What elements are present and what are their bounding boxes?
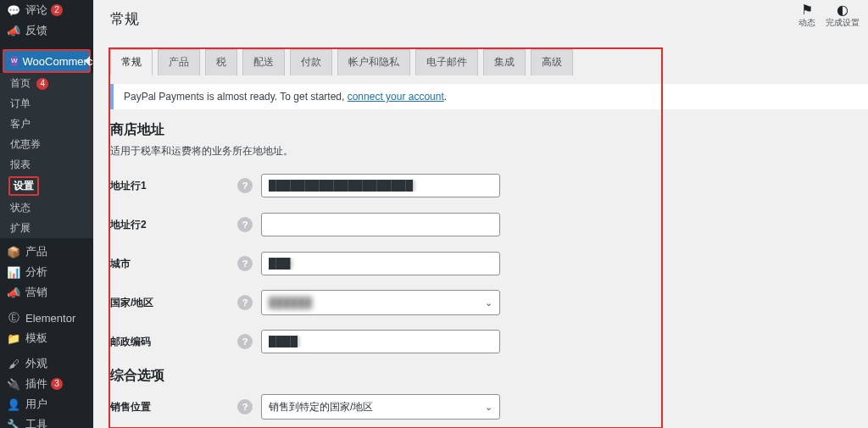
sidebar-item-label: 扩展 <box>10 222 31 234</box>
connect-account-link[interactable]: connect your account <box>348 91 444 103</box>
tab-label: 税 <box>216 56 226 68</box>
tab-general[interactable]: 常规 <box>110 49 153 75</box>
brush-icon: 🖌 <box>7 357 20 370</box>
activity-label: 动态 <box>798 17 815 29</box>
sidebar-item-comments[interactable]: 💬 评论 2 <box>0 0 93 20</box>
sidebar-item-label: 评论 <box>25 3 47 18</box>
sidebar-item-marketing[interactable]: 📣营销 <box>0 282 93 303</box>
tab-emails[interactable]: 电子邮件 <box>415 49 478 75</box>
sidebar-item-label: Elementor <box>25 312 75 325</box>
page-title: 常规 <box>110 9 139 29</box>
sidebar-item-extensions[interactable]: 扩展 <box>0 218 93 238</box>
setup-button[interactable]: ◐ 完成设置 <box>826 3 860 29</box>
tab-label: 产品 <box>169 56 189 68</box>
paypal-notice: PayPal Payments is almost ready. To get … <box>110 84 868 109</box>
row-address2: 地址行2 ? <box>110 208 860 242</box>
help-icon[interactable]: ? <box>237 178 253 193</box>
tab-label: 集成 <box>494 56 515 68</box>
notice-text-after: . <box>444 91 447 103</box>
plugin-icon: 🔌 <box>7 377 20 391</box>
sidebar-item-analytics[interactable]: 📊分析 <box>0 262 93 282</box>
postcode-label: 邮政编码 <box>110 335 237 349</box>
sidebar-item-status[interactable]: 状态 <box>0 197 93 218</box>
woocommerce-submenu: 首页 4 订单 客户 优惠券 报表 设置 状态 扩展 <box>0 73 93 238</box>
store-address-desc: 适用于税率和运费将的业务所在地地址。 <box>110 144 860 158</box>
sidebar-item-label: 订单 <box>10 97 31 109</box>
help-icon[interactable]: ? <box>237 334 253 349</box>
postcode-input[interactable] <box>261 330 500 353</box>
address1-input[interactable] <box>261 174 500 197</box>
selling-location-value: 销售到特定的国家/地区 <box>269 400 373 414</box>
tab-label: 电子邮件 <box>426 56 467 68</box>
tab-integration[interactable]: 集成 <box>483 49 526 75</box>
sidebar-item-label: 外观 <box>25 356 47 371</box>
tab-label: 付款 <box>301 56 321 68</box>
woocommerce-icon: W <box>11 56 18 66</box>
chart-bar-icon: 📊 <box>7 265 20 279</box>
sidebar-item-coupons[interactable]: 优惠券 <box>0 134 93 154</box>
sidebar-item-customers[interactable]: 客户 <box>0 114 93 134</box>
help-icon[interactable]: ? <box>237 217 253 232</box>
general-options-heading: 综合选项 <box>110 367 860 385</box>
sidebar-item-appearance[interactable]: 🖌外观 <box>0 353 93 374</box>
sidebar-item-templates[interactable]: 📁模板 <box>0 328 93 348</box>
elementor-icon: Ⓔ <box>7 311 20 325</box>
settings-tabs: 常规 产品 税 配送 付款 帐户和隐私 电子邮件 集成 高级 <box>110 49 860 75</box>
sidebar-item-label: 产品 <box>25 244 47 259</box>
topbar: 常规 ⚑ 动态 ◐ 完成设置 <box>93 0 868 37</box>
sidebar-item-feedback[interactable]: 📣 反馈 <box>0 20 93 41</box>
row-postcode: 邮政编码 ? <box>110 325 860 359</box>
sidebar-item-label: 工具 <box>25 417 47 428</box>
address1-label: 地址行1 <box>110 179 237 193</box>
activity-button[interactable]: ⚑ 动态 <box>798 3 815 29</box>
sidebar-item-orders[interactable]: 订单 <box>0 93 93 114</box>
sidebar-item-label: 营销 <box>25 285 47 300</box>
admin-sidebar: 💬 评论 2 📣 反馈 W WooCommerce 首页 4 订单 客户 优惠券… <box>0 0 93 428</box>
address2-input[interactable] <box>261 213 500 236</box>
sidebar-item-label: 用户 <box>25 397 47 412</box>
sidebar-item-label: 分析 <box>25 264 47 280</box>
selling-location-select[interactable]: 销售到特定的国家/地区 ⌄ <box>261 394 500 420</box>
badge-count: 3 <box>51 378 63 390</box>
flag-icon: ⚑ <box>801 3 813 17</box>
tab-tax[interactable]: 税 <box>205 49 237 75</box>
comment-icon: 💬 <box>7 3 20 17</box>
city-input[interactable] <box>261 252 500 275</box>
tab-accounts[interactable]: 帐户和隐私 <box>337 49 410 75</box>
chevron-right-icon <box>85 56 90 66</box>
address2-label: 地址行2 <box>110 218 237 232</box>
tab-advanced[interactable]: 高级 <box>531 49 573 75</box>
country-value: ██████ <box>269 297 312 308</box>
sidebar-item-reports[interactable]: 报表 <box>0 154 93 175</box>
megaphone-icon: 📣 <box>7 286 20 299</box>
sidebar-item-settings[interactable]: 设置 <box>8 176 39 196</box>
tab-payments[interactable]: 付款 <box>290 49 332 75</box>
selling-location-label: 销售位置 <box>110 400 237 414</box>
setup-label: 完成设置 <box>826 17 860 29</box>
sidebar-item-label: 插件 <box>25 376 47 392</box>
archive-icon: 📦 <box>7 245 20 258</box>
wrench-icon: 🔧 <box>7 418 20 428</box>
folder-icon: 📁 <box>7 331 20 345</box>
sidebar-item-woocommerce[interactable]: W WooCommerce <box>3 49 91 73</box>
sidebar-item-products[interactable]: 📦产品 <box>0 242 93 262</box>
sidebar-item-plugins[interactable]: 🔌插件3 <box>0 374 93 394</box>
sidebar-item-tools[interactable]: 🔧工具 <box>0 414 93 428</box>
country-label: 国家/地区 <box>110 296 237 310</box>
sidebar-item-users[interactable]: 👤用户 <box>0 394 93 414</box>
help-icon[interactable]: ? <box>237 399 253 414</box>
notice-text-before: PayPal Payments is almost ready. To get … <box>124 91 348 103</box>
tab-shipping[interactable]: 配送 <box>242 49 285 75</box>
sidebar-item-label: 优惠券 <box>10 138 41 150</box>
store-address-heading: 商店地址 <box>110 121 860 139</box>
chevron-down-icon: ⌄ <box>485 297 492 308</box>
badge-count: 4 <box>36 78 48 90</box>
badge-count: 2 <box>51 4 63 16</box>
tab-products[interactable]: 产品 <box>158 49 200 75</box>
sidebar-item-home[interactable]: 首页 4 <box>0 73 93 93</box>
help-icon[interactable]: ? <box>237 256 253 271</box>
sidebar-item-label: 反馈 <box>25 23 47 38</box>
help-icon[interactable]: ? <box>237 295 253 310</box>
country-select[interactable]: ██████ ⌄ <box>261 290 500 315</box>
sidebar-item-elementor[interactable]: ⒺElementor <box>0 308 93 328</box>
